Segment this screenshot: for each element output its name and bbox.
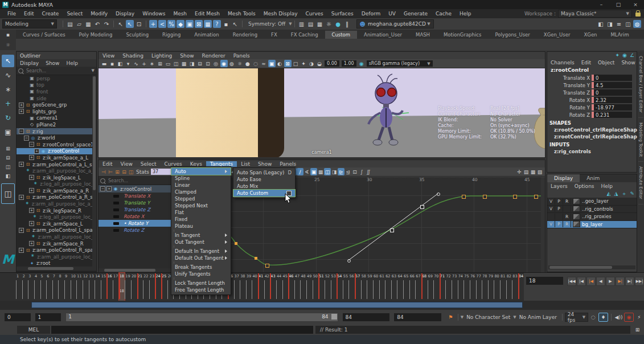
menu-item[interactable]: Show bbox=[254, 161, 276, 167]
outliner-scrollbar[interactable] bbox=[92, 75, 96, 267]
timeline-frame[interactable]: 47 bbox=[294, 273, 301, 301]
normalized-view-icon[interactable]: ⊡ bbox=[351, 168, 358, 175]
outliner-item[interactable]: * z:arm_all_purpose_loc_R bbox=[17, 253, 96, 260]
outliner-item[interactable]: + ⊡ z:arm_poleControl_L_space1 bbox=[17, 227, 96, 234]
layer-row[interactable]: V P ..rig_controls bbox=[547, 206, 637, 214]
gamma-icon[interactable]: ◒ bbox=[316, 60, 323, 67]
current-frame-field[interactable]: 18 bbox=[526, 277, 563, 285]
attribute-row[interactable]: Translate X 0 bbox=[547, 74, 637, 81]
menu-item[interactable]: Auto Mix bbox=[233, 183, 295, 190]
outliner-item[interactable]: + ⊡ z:ik_legSpace_R bbox=[17, 207, 96, 214]
curve-list-icon[interactable]: ▤ bbox=[523, 168, 530, 175]
shelf-tab[interactable]: Animation bbox=[187, 31, 225, 39]
timeline-frame[interactable]: 54 bbox=[337, 273, 343, 301]
menu-item[interactable]: Modify bbox=[87, 11, 112, 17]
timeline-frame[interactable]: 63 bbox=[391, 273, 397, 301]
channel-box-toggle-icon[interactable]: ◫ bbox=[624, 20, 632, 28]
expand-toggle[interactable]: + bbox=[19, 109, 24, 114]
layers-hscrollbar[interactable] bbox=[548, 265, 635, 269]
menu-item[interactable]: Break Tangents bbox=[171, 264, 231, 271]
expand-toggle[interactable] bbox=[27, 215, 31, 219]
menu-item[interactable]: Windows bbox=[138, 11, 169, 17]
menu-item[interactable]: Linear bbox=[171, 182, 231, 189]
layer-color-swatch[interactable] bbox=[573, 214, 580, 220]
timeline-frame[interactable]: 64 bbox=[397, 273, 403, 301]
timeline-frame[interactable]: 68 bbox=[421, 273, 428, 301]
expand-toggle[interactable]: + bbox=[29, 155, 34, 160]
menu-item[interactable]: Stepped Next bbox=[171, 202, 231, 209]
menu-item[interactable]: Help bbox=[598, 183, 617, 189]
timeline-frame[interactable]: 82 bbox=[506, 273, 512, 301]
timeline-frame[interactable]: 75 bbox=[463, 273, 470, 301]
resolution-gate-icon[interactable]: ◫ bbox=[173, 60, 180, 67]
tangent-handle-line[interactable] bbox=[348, 194, 438, 260]
attribute-value-field[interactable]: -18.977 bbox=[594, 104, 632, 110]
step-forward-frame-button[interactable]: ▶| bbox=[625, 277, 634, 286]
minimize-button[interactable]: – bbox=[593, 0, 610, 9]
layer-row[interactable]: V P R ..geo_layer bbox=[547, 198, 637, 206]
new-layer-icon[interactable]: ＋ bbox=[621, 190, 626, 198]
menu-item[interactable]: Help bbox=[63, 60, 81, 66]
attribute-row[interactable]: Rotate Y -18.977 bbox=[547, 104, 637, 111]
shelf-tab[interactable]: Rigging bbox=[155, 31, 187, 39]
range-handle[interactable] bbox=[331, 314, 337, 320]
expand-toggle[interactable]: + bbox=[19, 248, 24, 253]
exposure-icon[interactable]: ◑ bbox=[308, 60, 315, 67]
layer-display-type-toggle[interactable]: R bbox=[563, 221, 571, 227]
timeline-frame[interactable]: 16 bbox=[106, 273, 113, 301]
shelf-tab[interactable]: Poly Modeling bbox=[72, 31, 120, 39]
expand-toggle[interactable] bbox=[24, 83, 28, 87]
timeline-frame[interactable]: 70 bbox=[433, 273, 440, 301]
timeline-frame[interactable]: 1818 bbox=[119, 273, 125, 301]
graph-icon[interactable]: ∠ bbox=[630, 52, 634, 58]
xray-joints-icon[interactable]: ✦ bbox=[300, 60, 307, 67]
menu-item[interactable]: Create bbox=[38, 11, 63, 17]
attribute-row[interactable]: Rotate Z 0.231 bbox=[547, 111, 637, 118]
select-tool-icon[interactable]: ↖ bbox=[117, 20, 125, 28]
render-settings-icon[interactable]: ☼ bbox=[325, 20, 333, 28]
timeline-frame[interactable]: 62 bbox=[385, 273, 391, 301]
menu-item[interactable]: Stepped bbox=[171, 195, 231, 202]
outliner-item[interactable]: − ◎ z:world bbox=[17, 134, 96, 141]
attribute-editor-toggle-icon[interactable]: ≡ bbox=[615, 20, 623, 28]
outliner-item[interactable]: − ⊡ z:rig bbox=[17, 128, 96, 135]
motion-blur-icon[interactable]: ≈ bbox=[260, 60, 268, 67]
sidebar-tab[interactable]: Channel Box / Layer Editor bbox=[638, 51, 643, 118]
timeline-frame[interactable]: 53 bbox=[331, 273, 337, 301]
snap-curve-icon[interactable]: < bbox=[158, 20, 166, 28]
unify-tangent-icon[interactable]: ∕ bbox=[297, 168, 303, 175]
menu-item[interactable]: Shading bbox=[118, 53, 147, 59]
free-tangent-icon[interactable]: ∢ bbox=[303, 168, 310, 175]
timeline-frame[interactable]: 58 bbox=[361, 273, 367, 301]
go-to-start-button[interactable]: |◀◀ bbox=[567, 277, 576, 286]
character-set-selector[interactable]: No Character Set bbox=[466, 314, 510, 320]
menu-item[interactable]: Mesh Tools bbox=[224, 11, 260, 17]
expand-toggle[interactable] bbox=[24, 76, 28, 80]
menu-item[interactable]: Keys bbox=[186, 161, 206, 167]
outliner-item[interactable]: ▣ top bbox=[17, 82, 96, 89]
outliner-item[interactable]: + ⊡ z:ik_armSpace_a_R bbox=[17, 187, 96, 194]
timeline-frame[interactable]: 13 bbox=[89, 273, 95, 301]
outliner-item[interactable]: * z:arm_all_purpose_loc_L bbox=[17, 234, 96, 240]
menu-item[interactable]: Out Tangent bbox=[171, 239, 231, 245]
tangent-handle-icon[interactable] bbox=[347, 259, 351, 263]
menu-item[interactable]: Surfaces bbox=[327, 11, 358, 17]
menu-item[interactable]: Curves bbox=[161, 161, 186, 167]
layer-playback-toggle[interactable] bbox=[555, 214, 563, 220]
layer-move-down-icon[interactable]: ◮ bbox=[614, 191, 618, 196]
keyframe-marker[interactable] bbox=[390, 228, 394, 232]
timeline-frame[interactable]: 49 bbox=[306, 273, 313, 301]
auto-load-icon[interactable]: ▦ bbox=[317, 168, 324, 175]
timeline-frame[interactable]: 39 bbox=[246, 273, 252, 301]
curve-visibility-icon[interactable] bbox=[113, 195, 119, 198]
menu-item[interactable]: Generate bbox=[400, 11, 432, 17]
layer-display-type-toggle[interactable]: R bbox=[563, 214, 571, 220]
select-camera-icon[interactable]: ▬ bbox=[101, 60, 108, 67]
mute-audio-icon[interactable]: ◀)) bbox=[614, 313, 623, 321]
keyframe-marker[interactable] bbox=[462, 195, 466, 199]
layer-color-swatch[interactable] bbox=[573, 206, 580, 212]
menu-set-selector[interactable]: Modeling ▼ bbox=[2, 19, 57, 28]
timeline-frame[interactable]: 40 bbox=[252, 273, 258, 301]
2d-pan-zoom-icon[interactable]: + bbox=[141, 60, 148, 67]
workspace-selector[interactable]: Maya Classic* ▼ bbox=[558, 10, 632, 18]
